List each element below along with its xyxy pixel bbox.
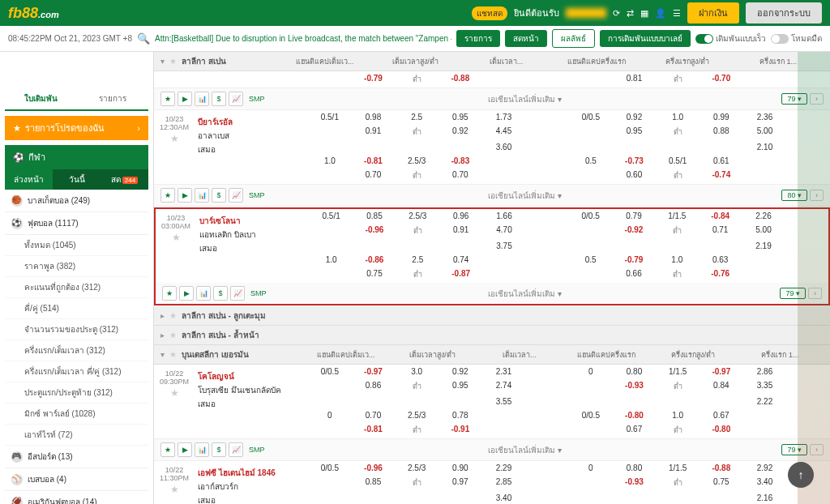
odds-cell[interactable]: ต่ำ <box>396 223 439 239</box>
odds-cell[interactable]: -0.76 <box>699 267 742 283</box>
chart-icon[interactable]: 📊 <box>195 442 209 457</box>
stats-icon[interactable]: 📈 <box>229 92 243 106</box>
odds-cell[interactable]: 0.85 <box>353 209 396 223</box>
more-lines[interactable]: เอเชียนไลน์เพิ่มเติม ▾ <box>271 190 780 202</box>
odds-cell[interactable]: 3.55 <box>482 395 526 408</box>
odds-cell[interactable]: 0.70 <box>352 408 396 422</box>
team-draw[interactable]: เสมอ <box>198 143 305 156</box>
odds-cell[interactable]: -0.74 <box>700 168 743 184</box>
odds-cell[interactable]: 3.60 <box>482 140 526 154</box>
sidebar-sub[interactable]: ทั้งหมด (1045) <box>5 235 148 256</box>
list-icon[interactable]: ☰ <box>673 8 681 19</box>
odds-cell[interactable]: 2.5/3 <box>395 461 439 475</box>
deposit-button[interactable]: ฝากเงิน <box>687 2 739 23</box>
chart-icon[interactable]: 📊 <box>195 188 209 203</box>
smp-label[interactable]: SMP <box>246 190 268 201</box>
dollar-icon[interactable]: $ <box>212 442 226 457</box>
star-icon[interactable]: ★ <box>157 133 191 144</box>
odds-cell[interactable]: 2.74 <box>482 378 526 395</box>
odds-cell[interactable]: 0.91 <box>439 223 482 239</box>
star-icon[interactable]: ★ <box>159 232 193 243</box>
odds-cell[interactable]: ต่ำ <box>656 475 700 491</box>
odds-cell[interactable]: 0.97 <box>439 475 482 491</box>
odds-cell[interactable]: ต่ำ <box>656 267 699 283</box>
odds-cell[interactable]: -0.81 <box>352 154 396 168</box>
odds-cell[interactable]: 1.73 <box>482 110 526 124</box>
league-header[interactable]: ▸ ★ ลาลีกา สเปน - ล้ำหน้า <box>154 326 830 345</box>
logo[interactable]: fb88.com <box>8 5 59 22</box>
subtab-today[interactable]: วันนี้ <box>53 169 101 190</box>
sidebar-sub[interactable]: ประตูแรก/ประตูท้าย (312) <box>5 382 148 404</box>
odds-cell[interactable]: -0.92 <box>612 223 655 239</box>
odds-cell[interactable]: 0.67 <box>700 408 743 422</box>
odds-cell[interactable]: 0.88 <box>700 124 743 140</box>
odds-cell[interactable]: -0.96 <box>353 223 396 239</box>
tv-icon[interactable]: ▦ <box>640 8 648 19</box>
odds-cell[interactable]: 0.96 <box>439 209 482 223</box>
fav-button[interactable]: ★ <box>162 286 177 301</box>
odds-cell[interactable]: 3.40 <box>743 475 787 491</box>
odds-cell[interactable]: 2.5 <box>395 110 439 124</box>
smp-label[interactable]: SMP <box>246 93 268 105</box>
logout-button[interactable]: ออกจากระบบ <box>746 2 822 23</box>
odds-cell[interactable]: 2.10 <box>743 140 787 154</box>
toggle-darkmode[interactable]: โหมดมืด <box>771 32 822 45</box>
team-home[interactable]: โคโลญจน์ <box>198 369 305 383</box>
sec-sports[interactable]: ⚽ กีฬา <box>5 145 148 169</box>
fav-button[interactable]: ★ <box>160 188 175 203</box>
odds-cell[interactable]: 2.5/3 <box>395 408 439 422</box>
dollar-icon[interactable]: $ <box>212 92 226 106</box>
sidebar-sub[interactable]: ครึ่งแรก/เต็มเวลา คี่/คู่ (312) <box>5 361 148 382</box>
odds-cell[interactable]: 0/0.5 <box>569 209 612 223</box>
sidebar-item-basketball[interactable]: 🏀บาสเก็ตบอล (249) <box>5 190 148 212</box>
team-draw[interactable]: เสมอ <box>198 493 305 504</box>
fav-button[interactable]: ★ <box>160 92 175 106</box>
odds-cell[interactable]: 0.70 <box>352 168 396 184</box>
team-away[interactable]: โบรุสเซีย มึนเชนกลัดบัค <box>198 383 305 397</box>
odds-cell[interactable]: 0.99 <box>700 110 743 124</box>
more-lines[interactable]: เอเชียนไลน์เพิ่มเติม ▾ <box>271 444 780 456</box>
star-icon[interactable]: ★ <box>169 350 177 359</box>
sidebar-sub[interactable]: คี่/คู่ (514) <box>5 298 148 319</box>
star-icon[interactable]: ★ <box>157 387 191 399</box>
sidebar-sub[interactable]: ครึ่งแรก/เต็มเวลา (312) <box>5 340 148 361</box>
odds-cell[interactable]: 3.40 <box>482 491 526 504</box>
odds-cell[interactable]: 0.71 <box>699 223 742 239</box>
refresh-icon[interactable]: ⟳ <box>613 8 620 19</box>
user-icon[interactable]: 👤 <box>655 8 666 19</box>
odds-cell[interactable]: 0 <box>308 408 352 422</box>
odds-cell[interactable]: 0.5 <box>569 154 613 168</box>
odds-cell[interactable]: 0.86 <box>352 378 396 395</box>
star-icon[interactable]: ★ <box>169 331 177 340</box>
btn-parlay[interactable]: การเดิมพันแบบบาเลย์ <box>600 30 691 47</box>
odds-cell[interactable]: 1.0 <box>656 110 700 124</box>
odds-cell[interactable]: 0.66 <box>612 267 655 283</box>
sidebar-sub[interactable]: จำนวนรวมของประตู (312) <box>5 319 148 340</box>
sidebar-item-football[interactable]: ⚽ฟุตบอล (1117) <box>5 212 148 235</box>
odds-cell[interactable]: 0.91 <box>352 124 396 140</box>
odds-cell[interactable]: ต่ำ <box>395 124 439 140</box>
odds-cell[interactable]: ต่ำ <box>656 223 699 239</box>
odds-cell[interactable]: 3.0 <box>395 365 439 378</box>
star-icon[interactable]: ★ <box>169 311 177 320</box>
odds-cell[interactable]: 2.26 <box>742 209 785 223</box>
odds-cell[interactable]: 5.00 <box>742 223 785 239</box>
odds-cell[interactable]: 0.75 <box>353 267 396 283</box>
chevron-right-icon[interactable]: ▸ <box>160 331 165 340</box>
odds-cell[interactable]: 0.5/1 <box>656 154 700 168</box>
chat-badge[interactable]: แชทสด <box>472 6 507 20</box>
odds-cell[interactable]: 2.36 <box>743 110 787 124</box>
odds-cell[interactable]: -0.88 <box>700 461 743 475</box>
odds-cell[interactable]: 2.86 <box>743 365 787 378</box>
odds-cell[interactable]: 0 <box>569 461 613 475</box>
odds-cell[interactable]: -0.96 <box>352 461 396 475</box>
star-icon[interactable]: ★ <box>157 484 191 495</box>
team-home[interactable]: บียาร์เรอัล <box>198 115 305 129</box>
smp-label[interactable]: SMP <box>246 444 268 455</box>
odds-cell[interactable]: 0.79 <box>612 209 655 223</box>
odds-cell[interactable]: 0.95 <box>613 124 657 140</box>
odds-cell[interactable]: -0.84 <box>699 209 742 223</box>
odds-cell[interactable]: 0.78 <box>439 408 482 422</box>
odds-cell[interactable]: ต่ำ <box>656 378 700 395</box>
odds-cell[interactable]: 2.29 <box>482 461 526 475</box>
